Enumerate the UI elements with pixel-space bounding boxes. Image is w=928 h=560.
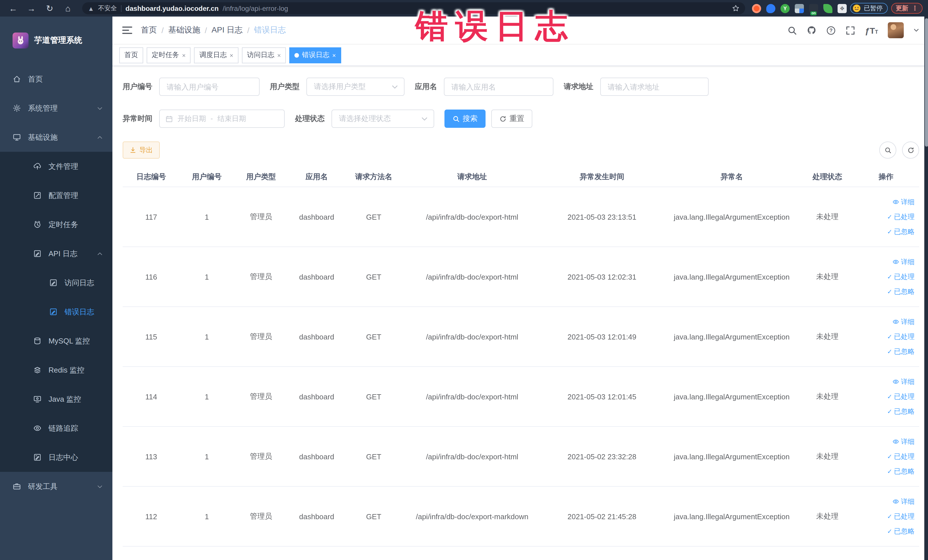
cell-user-id: 1 <box>180 307 234 366</box>
browser-menu-icon[interactable]: ⋮ <box>912 6 918 10</box>
scrollbar-thumb[interactable] <box>925 18 928 146</box>
breadcrumb-item-1[interactable]: 基础设施 <box>168 25 200 35</box>
processed-link[interactable]: ✓已处理 <box>887 452 914 461</box>
ext-orange-icon[interactable] <box>752 4 761 13</box>
ext-dark-on-icon[interactable]: on <box>809 4 818 13</box>
detail-link[interactable]: 详细 <box>892 257 914 267</box>
processed-link[interactable]: ✓已处理 <box>887 511 914 521</box>
sidebar-item-3[interactable]: 文件管理 <box>0 152 112 181</box>
filter-input-2[interactable] <box>444 78 553 96</box>
main-panel: 首页/基础设施/API 日志/错误日志 ? ƒTT 首页定时任务×调度日志×访问… <box>112 17 928 560</box>
reset-button[interactable]: 重置 <box>491 110 532 128</box>
update-label: 更新 <box>896 4 908 12</box>
sidebar-item-10[interactable]: Redis 监控 <box>0 356 112 385</box>
cell-log-id: 115 <box>123 307 180 366</box>
breadcrumb-item-0[interactable]: 首页 <box>141 25 157 35</box>
tab-1[interactable]: 定时任务× <box>147 47 191 63</box>
scrollbar-track[interactable] <box>924 17 928 560</box>
trace-icon <box>33 424 42 432</box>
ignored-link[interactable]: ✓已忽略 <box>887 406 914 416</box>
processed-link[interactable]: ✓已处理 <box>887 272 914 282</box>
search-icon[interactable] <box>788 25 797 35</box>
close-icon[interactable]: × <box>332 52 336 58</box>
sidebar-item-13[interactable]: 日志中心 <box>0 443 112 472</box>
toggle-search-icon[interactable] <box>879 142 896 159</box>
table-header-row: 日志编号用户编号用户类型应用名请求方法名请求地址异常发生时间异常名处理状态操作 <box>123 167 919 187</box>
refresh-icon[interactable] <box>902 142 919 159</box>
tab-2[interactable]: 调度日志× <box>194 47 238 63</box>
close-icon[interactable]: × <box>277 52 281 58</box>
address-bar[interactable]: ▲ 不安全 dashboard.yudao.iocoder.cn/infra/l… <box>82 2 745 14</box>
bookmark-star-icon[interactable] <box>732 5 739 12</box>
ext-green-y-icon[interactable]: Y <box>780 4 790 13</box>
sidebar-item-12[interactable]: 链路追踪 <box>0 414 112 443</box>
status-select[interactable]: 请选择处理状态 <box>331 110 434 128</box>
log-center-icon <box>33 453 42 462</box>
ignored-link[interactable]: ✓已忽略 <box>887 346 914 356</box>
processed-link[interactable]: ✓已处理 <box>887 392 914 401</box>
sidebar-item-4[interactable]: 配置管理 <box>0 181 112 210</box>
sidebar-item-7[interactable]: 访问日志 <box>0 268 112 297</box>
sidebar-item-6[interactable]: API 日志 <box>0 239 112 268</box>
sidebar-item-1[interactable]: 系统管理 <box>0 93 112 123</box>
github-icon[interactable] <box>807 25 817 35</box>
close-icon[interactable]: × <box>230 52 234 58</box>
cell-log-id: 112 <box>123 487 180 546</box>
sidebar-logo-block[interactable]: 芋道管理系统 <box>0 17 112 64</box>
detail-link-label: 详细 <box>901 437 914 447</box>
filter-group-0: 用户编号 <box>123 78 259 96</box>
ignored-link-label: 已忽略 <box>894 227 914 237</box>
browser-home-icon[interactable]: ⌂ <box>61 2 75 15</box>
breadcrumb-item-2[interactable]: API 日志 <box>212 25 243 35</box>
ignored-link[interactable]: ✓已忽略 <box>887 467 914 476</box>
sidebar-item-5[interactable]: 定时任务 <box>0 210 112 239</box>
detail-link[interactable]: 详细 <box>892 197 914 207</box>
help-icon[interactable]: ? <box>826 25 836 35</box>
ext-puzzle-icon[interactable]: ✥ <box>838 4 847 13</box>
ignored-link[interactable]: ✓已忽略 <box>887 526 914 536</box>
font-size-icon[interactable]: ƒTT <box>865 25 878 35</box>
ignored-link[interactable]: ✓已忽略 <box>887 227 914 237</box>
sidebar-item-label: Redis 监控 <box>49 365 84 375</box>
chevron-down-icon[interactable] <box>913 27 919 33</box>
reload-icon[interactable]: ↻ <box>42 2 57 15</box>
detail-link[interactable]: 详细 <box>892 377 914 386</box>
export-button[interactable]: 导出 <box>123 142 160 159</box>
sidebar-item-8[interactable]: 错误日志 <box>0 297 112 327</box>
update-button[interactable]: 更新 ⋮ <box>891 3 923 14</box>
processed-link[interactable]: ✓已处理 <box>887 332 914 342</box>
filter-input-3[interactable] <box>600 78 709 96</box>
detail-link[interactable]: 详细 <box>892 317 914 327</box>
address-divider <box>121 5 122 12</box>
processed-link[interactable]: ✓已处理 <box>887 212 914 222</box>
ext-leaf-icon[interactable] <box>823 4 832 13</box>
user-avatar[interactable] <box>888 22 904 38</box>
active-tab-dot <box>295 53 299 57</box>
back-icon[interactable]: ← <box>6 2 21 15</box>
forward-icon[interactable]: → <box>24 2 39 15</box>
detail-link-label: 详细 <box>901 377 914 386</box>
sidebar-item-11[interactable]: Java 监控 <box>0 385 112 414</box>
filter-select-1[interactable]: 请选择用户类型 <box>307 78 404 96</box>
tab-4[interactable]: 错误日志× <box>290 47 341 63</box>
sidebar-item-14[interactable]: 研发工具 <box>0 472 112 501</box>
ignored-link[interactable]: ✓已忽略 <box>887 287 914 296</box>
sidebar-item-2[interactable]: 基础设施 <box>0 123 112 152</box>
date-range-picker[interactable]: 开始日期 - 结束日期 <box>159 110 285 128</box>
sidebar-item-0[interactable]: 首页 <box>0 64 112 93</box>
profile-paused-pill[interactable]: 已暂停 <box>850 3 888 14</box>
detail-link[interactable]: 详细 <box>892 497 914 507</box>
error-log-table: 日志编号用户编号用户类型应用名请求方法名请求地址异常发生时间异常名处理状态操作 … <box>123 167 919 546</box>
hamburger-icon[interactable] <box>122 24 133 36</box>
ext-grid-icon[interactable] <box>795 4 804 13</box>
log-icon <box>49 308 58 316</box>
detail-link[interactable]: 详细 <box>892 437 914 447</box>
tab-0[interactable]: 首页 <box>119 47 143 63</box>
ext-shield-icon[interactable] <box>766 4 775 13</box>
sidebar-item-9[interactable]: MySQL 监控 <box>0 327 112 356</box>
search-button[interactable]: 搜索 <box>444 110 485 128</box>
close-icon[interactable]: × <box>182 52 186 58</box>
fullscreen-icon[interactable] <box>846 25 855 35</box>
filter-input-0[interactable] <box>159 78 259 96</box>
tab-3[interactable]: 访问日志× <box>242 47 286 63</box>
